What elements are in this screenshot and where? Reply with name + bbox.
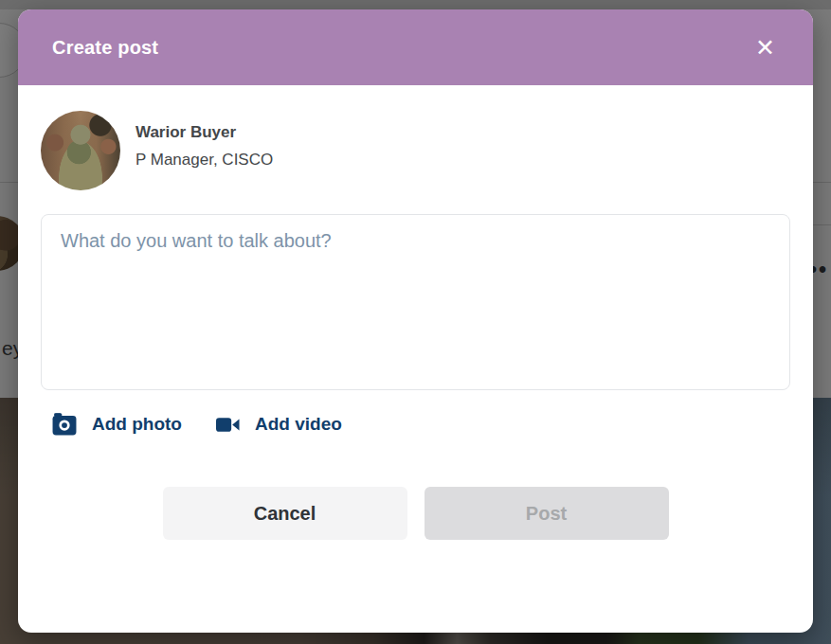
add-photo-label: Add photo xyxy=(92,414,182,435)
close-icon[interactable]: ✕ xyxy=(751,32,779,63)
user-row: Warior Buyer P Manager, CISCO xyxy=(41,111,790,190)
camera-icon xyxy=(52,413,77,436)
user-meta: Warior Buyer P Manager, CISCO xyxy=(135,111,273,170)
cancel-button[interactable]: Cancel xyxy=(163,487,407,540)
add-video-button[interactable]: Add video xyxy=(216,414,342,435)
modal-body: Warior Buyer P Manager, CISCO xyxy=(18,85,813,633)
add-video-label: Add video xyxy=(255,414,342,435)
modal-title: Create post xyxy=(52,37,158,59)
modal-header: Create post ✕ xyxy=(18,9,813,85)
screen: ey ! ••• Create post ✕ Warior Buyer P Ma… xyxy=(0,0,831,644)
user-subtitle: P Manager, CISCO xyxy=(135,151,273,170)
add-photo-button[interactable]: Add photo xyxy=(52,413,182,436)
modal-footer: Cancel Post xyxy=(41,487,790,540)
post-button[interactable]: Post xyxy=(425,487,669,540)
create-post-modal: Create post ✕ Warior Buyer P Manager, CI… xyxy=(18,9,813,633)
user-name: Warior Buyer xyxy=(135,123,273,142)
post-text-input[interactable] xyxy=(41,214,790,390)
video-camera-icon xyxy=(216,417,240,433)
attachment-actions: Add photo Add video xyxy=(41,413,790,436)
avatar xyxy=(41,111,120,190)
